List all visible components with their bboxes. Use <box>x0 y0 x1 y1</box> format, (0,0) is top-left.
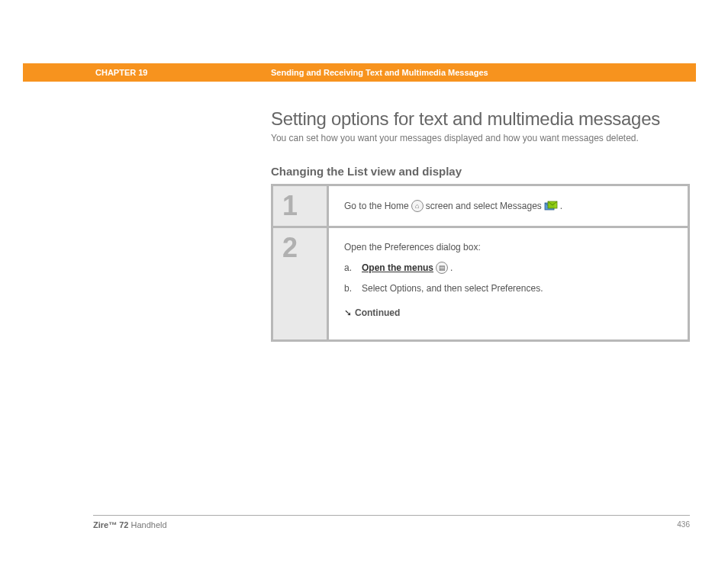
substep-letter: b. <box>344 283 355 294</box>
substep-text: . <box>450 262 453 273</box>
menu-icon: ▤ <box>436 262 448 274</box>
step-intro: Open the Preferences dialog box: <box>344 242 672 253</box>
messages-icon <box>544 201 558 211</box>
step-content: Open the Preferences dialog box: a. Open… <box>329 228 688 339</box>
subsection-title: Changing the List view and display <box>271 165 690 178</box>
step-row: 1 Go to the Home ⌂ screen and select Mes… <box>273 186 688 226</box>
step-number-cell: 1 <box>273 186 327 226</box>
main-content: Setting options for text and multimedia … <box>271 108 690 342</box>
open-menus-link[interactable]: Open the menus <box>362 262 433 273</box>
footer-page-number: 436 <box>677 520 690 529</box>
step-number: 2 <box>282 234 298 262</box>
step-number-cell: 2 <box>273 228 327 339</box>
substep-a: a. Open the menus ▤ . <box>344 262 672 274</box>
chapter-number: CHAPTER 19 <box>95 68 271 77</box>
step-text: . <box>560 201 562 211</box>
step-content: Go to the Home ⌂ screen and select Messa… <box>329 186 688 226</box>
substep-b: b. Select Options, and then select Prefe… <box>344 283 672 294</box>
steps-table: 1 Go to the Home ⌂ screen and select Mes… <box>271 184 690 342</box>
continued-row: ➘ Continued <box>344 307 672 318</box>
footer-product: Zire™ 72 Handheld <box>93 520 167 529</box>
step-text: Go to the Home <box>344 201 409 211</box>
continued-label: Continued <box>355 307 400 318</box>
substep-text: Select Options, and then select Preferen… <box>362 283 543 294</box>
step-text-line: Go to the Home ⌂ screen and select Messa… <box>344 200 672 212</box>
footer-product-rest: Handheld <box>131 520 167 529</box>
home-icon: ⌂ <box>411 200 424 212</box>
step-text: screen and select Messages <box>426 201 542 211</box>
step-row: 2 Open the Preferences dialog box: a. Op… <box>273 228 688 339</box>
chapter-title: Sending and Receiving Text and Multimedi… <box>271 68 696 77</box>
section-title: Setting options for text and multimedia … <box>271 108 690 130</box>
substep-letter: a. <box>344 262 355 273</box>
footer-product-bold: Zire™ 72 <box>93 520 128 529</box>
page-footer: Zire™ 72 Handheld 436 <box>93 515 690 529</box>
step-number: 1 <box>282 192 298 220</box>
chapter-header: CHAPTER 19 Sending and Receiving Text an… <box>23 63 696 82</box>
continued-arrow-icon: ➘ <box>344 307 352 318</box>
section-subtitle: You can set how you want your messages d… <box>271 133 690 143</box>
